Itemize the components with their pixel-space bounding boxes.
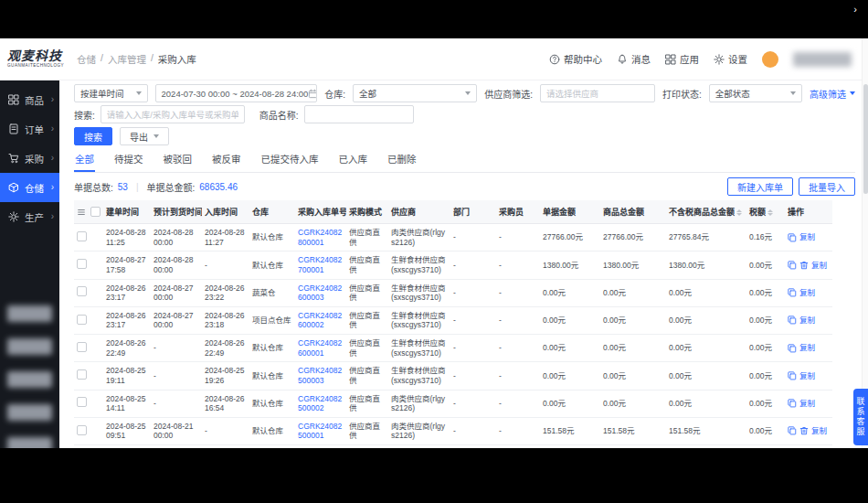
order-number-link[interactable]: CGRK24082700001 — [298, 255, 342, 274]
tab-已提交待入库[interactable]: 已提交待入库 — [260, 150, 320, 172]
copy-link[interactable]: 复制 — [811, 426, 827, 436]
copy-icon[interactable] — [788, 288, 797, 297]
header-action-设置[interactable]: 设置 — [714, 52, 747, 66]
row-checkbox[interactable] — [77, 286, 87, 296]
avatar[interactable] — [762, 51, 778, 68]
cell-notax-total: 0.00元 — [666, 279, 746, 306]
row-checkbox[interactable] — [77, 259, 87, 269]
copy-link[interactable]: 复制 — [811, 261, 827, 271]
copy-icon[interactable] — [788, 399, 797, 408]
advanced-filter-link[interactable]: 高级筛选 — [810, 87, 855, 101]
product-name-input[interactable] — [304, 105, 414, 123]
cell-department: - — [450, 390, 496, 417]
cell-buyer: - — [496, 224, 540, 252]
tab-待提交[interactable]: 待提交 — [113, 150, 144, 172]
row-checkbox[interactable] — [77, 315, 87, 325]
row-checkbox[interactable] — [77, 231, 87, 241]
cell-tax: 0.00元 — [746, 390, 785, 417]
select-all-checkbox[interactable] — [90, 207, 101, 217]
sidebar-item-redacted[interactable] — [7, 404, 52, 421]
search-button[interactable]: 搜索 — [74, 127, 112, 145]
header-action-帮助中心[interactable]: 帮助中心 — [549, 52, 602, 66]
sidebar-item-redacted[interactable] — [7, 437, 52, 448]
column-header[interactable]: 税额 — [746, 200, 785, 224]
breadcrumb-separator: / — [101, 52, 103, 66]
date-range-input[interactable]: 2024-07-30 00:00 ~ 2024-08-28 24:00 — [155, 84, 318, 102]
order-number-link[interactable]: CGRK24082500001 — [298, 422, 342, 441]
copy-link[interactable]: 复制 — [799, 288, 815, 298]
header-action-消息[interactable]: 消息 — [617, 52, 651, 66]
header-action-label: 应用 — [680, 52, 699, 66]
cell-amount: 0.00元 — [540, 335, 600, 362]
calendar-icon — [308, 89, 317, 99]
list-icon[interactable] — [77, 208, 86, 217]
cell-tax: 0.00元 — [746, 279, 785, 306]
cell-warehouse: 蔬菜仓 — [249, 279, 295, 306]
cell-buyer: - — [496, 362, 540, 390]
tab-被反审[interactable]: 被反审 — [211, 150, 242, 172]
copy-link[interactable]: 复制 — [799, 316, 815, 326]
warehouse-select[interactable]: 全部 — [353, 84, 477, 102]
header-action-label: 帮助中心 — [564, 52, 602, 66]
sidebar-item-goods[interactable]: 商品› — [0, 85, 59, 114]
sidebar-item-redacted[interactable] — [7, 305, 52, 322]
chevron-down-icon — [136, 91, 142, 95]
breadcrumb-item[interactable]: 入库管理 — [108, 52, 146, 66]
copy-icon[interactable] — [788, 344, 797, 353]
breadcrumb-item[interactable]: 仓储 — [77, 52, 96, 66]
copy-icon[interactable] — [788, 316, 797, 325]
copy-icon[interactable] — [788, 371, 797, 380]
copy-link[interactable]: 复制 — [799, 371, 815, 381]
order-number-link[interactable]: CGRK24082600003 — [298, 284, 342, 303]
order-number-link[interactable]: CGRK24082500002 — [298, 394, 342, 413]
scrollbar-thumb[interactable] — [863, 84, 868, 194]
sidebar-item-redacted[interactable] — [7, 371, 52, 388]
sidebar-menu: 商品›订单›采购›仓储›生产› — [0, 80, 59, 448]
tab-全部[interactable]: 全部 — [74, 150, 95, 172]
copy-icon[interactable] — [788, 233, 797, 242]
sidebar-item-warehouse[interactable]: 仓储› — [0, 173, 59, 202]
row-checkbox[interactable] — [77, 369, 87, 380]
order-number-link[interactable]: CGRK24082800001 — [298, 228, 342, 247]
trash-icon[interactable] — [799, 261, 809, 270]
customer-service-tab[interactable]: 联系客服 — [853, 389, 868, 445]
print-status-select[interactable]: 全部状态 — [709, 84, 802, 102]
row-checkbox[interactable] — [77, 397, 87, 407]
column-header[interactable]: 不含税商品总金额 — [666, 200, 746, 224]
copy-icon[interactable] — [788, 426, 797, 435]
order-number-link[interactable]: CGRK24082500003 — [298, 366, 342, 385]
cell-created: 2024-08-26 23:17 — [103, 279, 151, 306]
copy-icon[interactable] — [788, 261, 797, 270]
trash-icon[interactable] — [799, 426, 809, 435]
cell-warehouse: 项目点仓库 — [249, 445, 295, 449]
sort-icon[interactable] — [767, 209, 773, 216]
header-action-应用[interactable]: 应用 — [665, 52, 699, 66]
collapse-chevron-icon[interactable]: › — [853, 4, 857, 15]
tab-已入库[interactable]: 已入库 — [338, 150, 369, 172]
sidebar-item-production[interactable]: 生产› — [0, 202, 59, 231]
tab-已删除[interactable]: 已删除 — [386, 150, 418, 172]
export-button[interactable]: 导出 — [120, 127, 169, 145]
sidebar-item-purchase[interactable]: 采购› — [0, 144, 59, 173]
copy-link[interactable]: 复制 — [799, 399, 815, 409]
cell-warehouse: 默认仓库 — [249, 224, 295, 252]
cell-created: 2024-08-25 19:11 — [103, 362, 151, 390]
sort-icon[interactable] — [736, 209, 742, 216]
sidebar-item-orders[interactable]: 订单› — [0, 114, 59, 144]
vertical-scrollbar[interactable] — [862, 38, 868, 448]
tab-被驳回[interactable]: 被驳回 — [163, 150, 194, 172]
cart-icon — [8, 153, 19, 164]
create-inbound-button[interactable]: 新建入库单 — [727, 177, 793, 196]
row-checkbox[interactable] — [77, 425, 87, 435]
batch-import-button[interactable]: 批量导入 — [799, 177, 855, 196]
advanced-filter-label: 高级筛选 — [810, 87, 846, 101]
sidebar-item-redacted[interactable] — [7, 338, 52, 355]
time-type-select[interactable]: 按建单时间 — [74, 84, 148, 102]
order-number-link[interactable]: CGRK24082600002 — [298, 311, 342, 330]
supplier-filter-input[interactable] — [540, 84, 655, 102]
row-checkbox[interactable] — [77, 342, 87, 352]
search-input[interactable] — [101, 105, 245, 123]
copy-link[interactable]: 复制 — [799, 343, 815, 353]
copy-link[interactable]: 复制 — [799, 232, 815, 242]
order-number-link[interactable]: CGRK24082600001 — [298, 338, 342, 358]
